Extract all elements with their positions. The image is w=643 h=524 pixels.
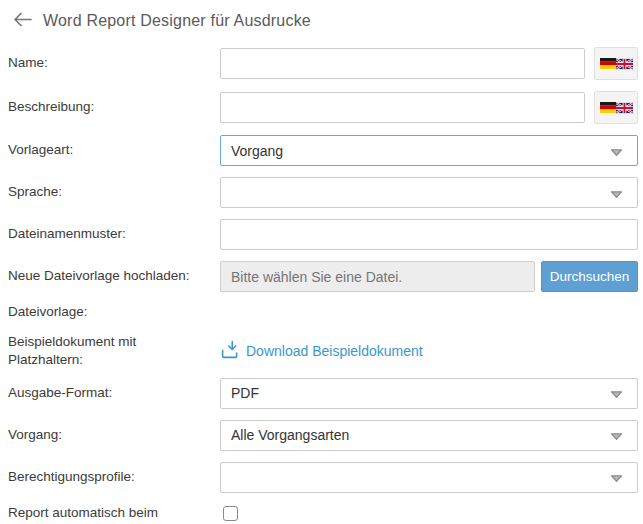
upload-label: Neue Dateivorlage hochladen: (8, 267, 220, 285)
beschreibung-language-toggle-button[interactable] (594, 91, 638, 124)
report-anhaengen-label: Report automatisch beim Beenden des Vorg… (8, 504, 220, 524)
dateinamenmuster-control (220, 219, 638, 250)
row-vorlageart: Vorlageart: Vorgang (8, 135, 638, 166)
name-language-toggle-button[interactable] (594, 47, 638, 80)
header: Word Report Designer für Ausdrucke (8, 10, 638, 32)
chevron-down-icon (610, 186, 623, 202)
chevron-down-icon (610, 144, 623, 160)
chevron-down-icon (610, 428, 623, 444)
beschreibung-label: Beschreibung: (8, 98, 220, 116)
ausgabe-format-select[interactable]: PDF (220, 378, 638, 409)
row-dateivorlage: Dateivorlage: (8, 303, 638, 321)
sprache-control (220, 177, 638, 208)
beschreibung-input[interactable] (220, 92, 585, 123)
berechtigungsprofile-control (220, 462, 638, 493)
uk-flag-icon (616, 102, 633, 114)
file-chooser-input[interactable] (220, 261, 535, 292)
download-icon (220, 339, 241, 364)
row-name: Name: (8, 47, 638, 80)
row-beispieldokument: Beispieldokument mit Platzhaltern: Downl… (8, 333, 638, 369)
dateivorlage-label: Dateivorlage: (8, 303, 220, 321)
browse-button[interactable]: Durchsuchen (541, 261, 638, 292)
german-flag-icon (600, 102, 616, 113)
word-report-designer-page: Word Report Designer für Ausdrucke Name: (0, 0, 643, 524)
beispieldokument-label: Beispieldokument mit Platzhaltern: (8, 333, 220, 369)
row-report-anhaengen: Report automatisch beim Beenden des Vorg… (8, 504, 638, 524)
vorgang-select[interactable]: Alle Vorgangsarten (220, 420, 638, 451)
german-flag-icon (600, 58, 616, 69)
row-dateivorlage-upload: Neue Dateivorlage hochladen: Durchsuchen (8, 261, 638, 292)
chevron-down-icon (610, 470, 623, 486)
sprache-select[interactable] (220, 177, 638, 208)
row-dateinamenmuster: Dateinamenmuster: (8, 219, 638, 250)
row-beschreibung: Beschreibung: (8, 91, 638, 124)
vorgang-control: Alle Vorgangsarten (220, 420, 638, 451)
report-anhaengen-control (220, 504, 638, 522)
chevron-down-icon (610, 386, 623, 402)
berechtigungsprofile-select[interactable] (220, 462, 638, 493)
vorgang-label: Vorgang: (8, 426, 220, 444)
name-control (220, 47, 638, 80)
beispieldokument-control: Download Beispieldokument (220, 338, 638, 364)
report-anhaengen-checkbox[interactable] (223, 506, 238, 521)
ausgabe-format-selected-value: PDF (231, 385, 259, 401)
upload-control: Durchsuchen (220, 261, 638, 292)
sprache-label: Sprache: (8, 183, 220, 201)
name-label: Name: (8, 54, 220, 72)
dateinamenmuster-label: Dateinamenmuster: (8, 225, 220, 243)
row-sprache: Sprache: (8, 177, 638, 208)
beschreibung-control (220, 91, 638, 124)
vorlageart-selected-value: Vorgang (231, 143, 283, 159)
vorlageart-select[interactable]: Vorgang (220, 135, 638, 166)
vorlageart-label: Vorlageart: (8, 141, 220, 159)
row-berechtigungsprofile: Berechtigungsprofile: (8, 462, 638, 493)
ausgabe-format-control: PDF (220, 378, 638, 409)
page-title: Word Report Designer für Ausdrucke (43, 12, 311, 30)
uk-flag-icon (616, 58, 633, 70)
dateinamenmuster-input[interactable] (220, 219, 638, 250)
download-beispieldokument-link[interactable]: Download Beispieldokument (246, 343, 423, 359)
back-button[interactable] (11, 10, 34, 32)
row-vorgang: Vorgang: Alle Vorgangsarten (8, 420, 638, 451)
berechtigungsprofile-label: Berechtigungsprofile: (8, 468, 220, 486)
back-arrow-icon (13, 12, 32, 30)
name-input[interactable] (220, 48, 585, 79)
row-ausgabe-format: Ausgabe-Format: PDF (8, 378, 638, 409)
vorgang-selected-value: Alle Vorgangsarten (231, 427, 349, 443)
vorlageart-control: Vorgang (220, 135, 638, 166)
ausgabe-format-label: Ausgabe-Format: (8, 384, 220, 402)
